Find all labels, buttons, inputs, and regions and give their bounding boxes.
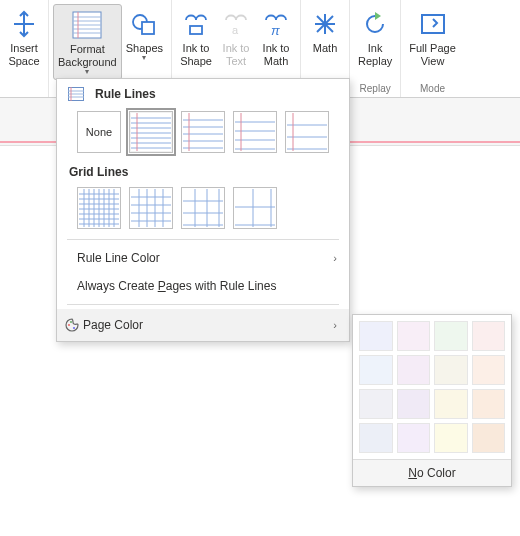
always-create-label: Always Create Pages with Rule Lines — [77, 279, 276, 293]
color-swatch[interactable] — [472, 321, 506, 351]
color-swatch[interactable] — [434, 389, 468, 419]
chevron-right-icon: › — [333, 252, 337, 264]
svg-text:π: π — [271, 23, 280, 38]
svg-rect-9 — [190, 26, 202, 34]
color-swatch[interactable] — [434, 321, 468, 351]
always-create-pages-item[interactable]: Always Create Pages with Rule Lines — [57, 272, 349, 300]
ink-to-text-button: a Ink to Text — [216, 4, 256, 80]
full-page-view-button[interactable]: Full Page View — [405, 4, 459, 80]
math-icon — [309, 8, 341, 40]
svg-rect-8 — [142, 22, 154, 34]
svg-point-86 — [70, 321, 72, 323]
color-swatch[interactable] — [472, 389, 506, 419]
svg-rect-80 — [235, 189, 275, 227]
chevron-down-icon: ▾ — [85, 67, 89, 76]
lined-page-icon — [67, 85, 85, 103]
format-background-dropdown: Rule Lines None — [56, 78, 350, 342]
shapes-icon — [128, 8, 160, 40]
svg-point-87 — [73, 327, 75, 329]
page-color-item[interactable]: Page Color › — [57, 309, 349, 341]
ink-to-text-label: Ink to Text — [223, 42, 250, 68]
ink-replay-button[interactable]: Ink Replay — [354, 4, 396, 80]
svg-rect-73 — [183, 189, 223, 227]
rule-lines-swatches: None — [57, 103, 349, 159]
svg-point-85 — [68, 324, 70, 326]
color-swatch[interactable] — [397, 389, 431, 419]
ink-to-text-icon: a — [220, 8, 252, 40]
separator — [67, 239, 339, 240]
color-swatch[interactable] — [397, 355, 431, 385]
replay-icon — [359, 8, 391, 40]
format-background-button[interactable]: Format Background ▾ — [53, 4, 122, 80]
ink-to-shape-button[interactable]: Ink to Shape — [176, 4, 216, 80]
chevron-down-icon: ▾ — [142, 53, 146, 62]
page-color-flyout: No Color — [352, 314, 512, 487]
rule-lines-header: Rule Lines — [57, 79, 349, 103]
group-label-blank — [4, 83, 44, 97]
rule-line-color-item[interactable]: Rule Line Color › — [57, 244, 349, 272]
grid-lines-header: Grid Lines — [57, 159, 349, 179]
rule-standard-swatch[interactable] — [233, 111, 277, 153]
grid-small-swatch[interactable] — [77, 187, 121, 229]
group-label-replay: Replay — [354, 83, 396, 97]
ribbon-group-space: Insert Space — [0, 0, 49, 97]
color-swatch[interactable] — [359, 423, 393, 453]
svg-text:a: a — [232, 24, 239, 36]
ink-to-shape-icon — [180, 8, 212, 40]
math-button[interactable]: Math — [305, 4, 345, 80]
color-swatch[interactable] — [434, 423, 468, 453]
color-swatch[interactable] — [359, 389, 393, 419]
lined-page-icon — [71, 9, 103, 41]
rule-none-swatch[interactable]: None — [77, 111, 121, 153]
rule-lines-title: Rule Lines — [95, 87, 156, 101]
grid-medium-swatch[interactable] — [129, 187, 173, 229]
rule-line-color-label: Rule Line Color — [77, 251, 160, 265]
ink-to-math-label: Ink to Math — [263, 42, 290, 68]
svg-rect-16 — [422, 15, 444, 33]
group-label-mode: Mode — [405, 83, 459, 97]
no-color-item[interactable]: No Color — [353, 459, 511, 486]
grid-lines-swatches — [57, 179, 349, 235]
grid-lines-title: Grid Lines — [69, 165, 128, 179]
color-swatch[interactable] — [472, 423, 506, 453]
color-swatch[interactable] — [359, 321, 393, 351]
full-page-view-label: Full Page View — [409, 42, 455, 68]
ribbon-group-mode: Full Page View Mode — [401, 0, 463, 97]
chevron-right-icon: › — [333, 319, 337, 331]
page-color-label: Page Color — [83, 318, 143, 332]
no-color-label: No Color — [408, 466, 455, 480]
color-swatch[interactable] — [359, 355, 393, 385]
full-page-view-icon — [417, 8, 449, 40]
color-swatch[interactable] — [397, 321, 431, 351]
grid-large-swatch[interactable] — [181, 187, 225, 229]
rule-wide-swatch[interactable] — [285, 111, 329, 153]
format-background-label: Format Background — [58, 43, 117, 69]
shapes-button[interactable]: Shapes ▾ — [122, 4, 167, 80]
rule-college-swatch[interactable] — [181, 111, 225, 153]
rule-narrow-swatch[interactable] — [129, 111, 173, 153]
grid-xlarge-swatch[interactable] — [233, 187, 277, 229]
page-color-icon — [63, 316, 81, 334]
insert-space-button[interactable]: Insert Space — [4, 4, 44, 80]
insert-space-icon — [8, 8, 40, 40]
ribbon-group-replay: Ink Replay Replay — [350, 0, 401, 97]
none-label: None — [86, 126, 112, 138]
color-swatch[interactable] — [434, 355, 468, 385]
color-grid — [353, 315, 511, 459]
insert-space-label: Insert Space — [8, 42, 39, 68]
color-swatch[interactable] — [397, 423, 431, 453]
ink-to-math-button[interactable]: π Ink to Math — [256, 4, 296, 80]
separator — [67, 304, 339, 305]
color-swatch[interactable] — [472, 355, 506, 385]
ink-to-math-icon: π — [260, 8, 292, 40]
ink-replay-label: Ink Replay — [358, 42, 392, 68]
ink-to-shape-label: Ink to Shape — [180, 42, 212, 68]
math-label: Math — [313, 42, 337, 55]
